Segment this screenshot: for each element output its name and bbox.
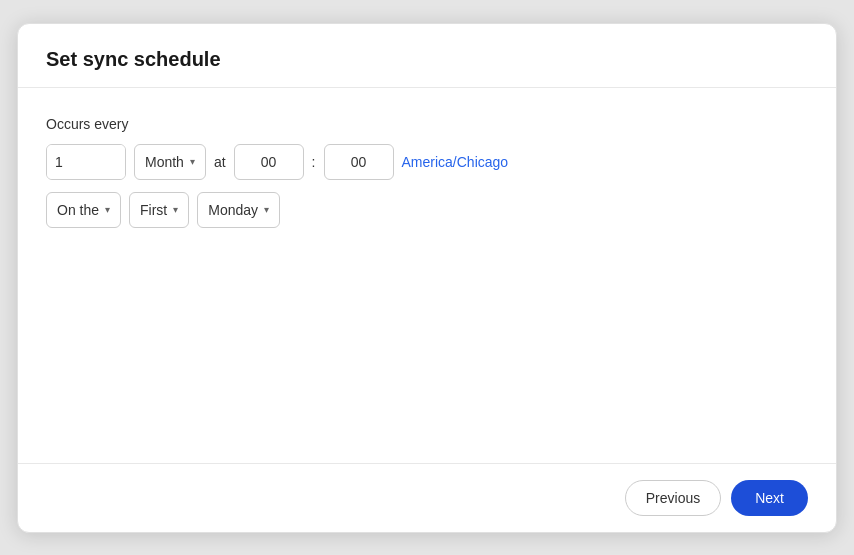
on-the-dropdown[interactable]: On the ▾	[46, 192, 121, 228]
frequency-selected-label: Month	[145, 154, 184, 170]
position-chevron-icon: ▾	[173, 204, 178, 215]
frequency-chevron-icon: ▾	[190, 156, 195, 167]
hour-input[interactable]	[234, 144, 304, 180]
on-the-chevron-icon: ▾	[105, 204, 110, 215]
at-label: at	[214, 154, 226, 170]
occurs-every-label: Occurs every	[46, 116, 808, 132]
frequency-row: ▲ ▼ Month ▾ at : America/Chicago	[46, 144, 808, 180]
position-dropdown[interactable]: First ▾	[129, 192, 189, 228]
on-the-label: On the	[57, 202, 99, 218]
dialog-footer: Previous Next	[18, 463, 836, 532]
dialog-body: Occurs every ▲ ▼ Month ▾ at :	[18, 88, 836, 463]
frequency-dropdown[interactable]: Month ▾	[134, 144, 206, 180]
position-selected-label: First	[140, 202, 167, 218]
sync-schedule-dialog: Set sync schedule Occurs every ▲ ▼ Month…	[17, 23, 837, 533]
interval-value-input[interactable]	[47, 145, 126, 179]
previous-button[interactable]: Previous	[625, 480, 721, 516]
interval-spinner[interactable]: ▲ ▼	[46, 144, 126, 180]
dialog-header: Set sync schedule	[18, 24, 836, 88]
occurrence-row: On the ▾ First ▾ Monday ▾	[46, 192, 808, 228]
minute-input[interactable]	[324, 144, 394, 180]
timezone-link[interactable]: America/Chicago	[402, 154, 509, 170]
colon-separator: :	[312, 154, 316, 170]
day-selected-label: Monday	[208, 202, 258, 218]
day-dropdown[interactable]: Monday ▾	[197, 192, 280, 228]
day-chevron-icon: ▾	[264, 204, 269, 215]
dialog-title: Set sync schedule	[46, 48, 808, 71]
next-button[interactable]: Next	[731, 480, 808, 516]
